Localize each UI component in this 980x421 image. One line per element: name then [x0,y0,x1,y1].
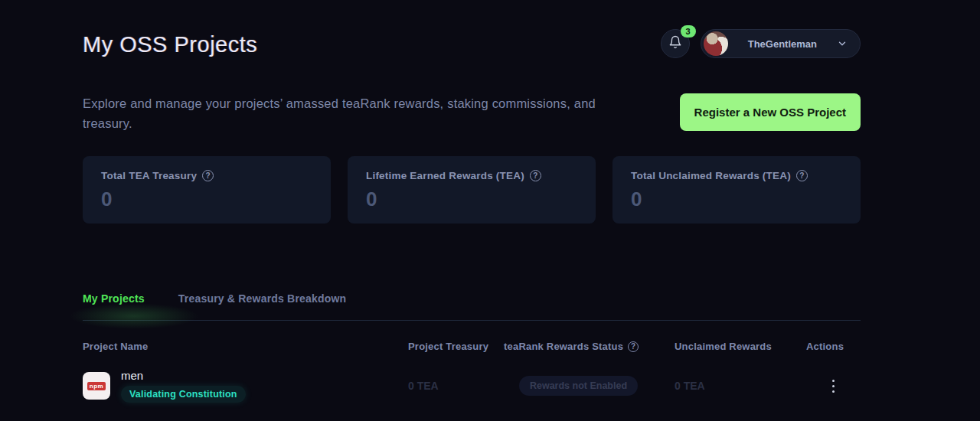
active-tab-glow [69,303,199,329]
question-circle-icon[interactable]: ? [628,341,639,352]
stat-label-row: Total TEA Treasury ? [101,170,312,181]
column-header-actions: Actions [806,341,861,352]
tab-treasury-rewards-breakdown[interactable]: Treasury & Rewards Breakdown [178,292,347,305]
tab-my-projects[interactable]: My Projects [83,292,145,305]
stat-value: 0 [366,188,577,211]
project-info: men Validating Constitution [121,369,246,403]
tabs: My Projects Treasury & Rewards Breakdown [83,292,861,321]
projects-table: Project Name Project Treasury teaRank Re… [83,341,861,403]
header-widgets: 3 TheGentleman [661,29,861,58]
unclaimed-rewards-value: 0 TEA [675,380,806,392]
project-name[interactable]: men [121,369,246,382]
intro-row: Explore and manage your projects’ amasse… [83,93,861,133]
stat-card-total-unclaimed-rewards: Total Unclaimed Rewards (TEA) ? 0 [612,156,861,224]
stat-card-total-tea-treasury: Total TEA Treasury ? 0 [83,156,331,224]
username: TheGentleman [748,38,817,50]
rewards-status-cell: Rewards not Enabled [504,376,675,396]
row-actions-kebab-menu[interactable] [825,377,843,395]
npm-icon: npm [83,372,110,400]
stat-card-lifetime-earned-rewards: Lifetime Earned Rewards (TEA) ? 0 [348,156,596,224]
project-status-badge: Validating Constitution [121,386,246,403]
notification-area: 3 [661,29,690,58]
page-title: My OSS Projects [83,32,257,57]
column-header-rewards-status: teaRank Rewards Status ? [504,341,675,352]
main-content: My OSS Projects 3 TheGentleman [83,0,861,403]
question-circle-icon[interactable]: ? [530,170,541,181]
column-header-unclaimed-rewards: Unclaimed Rewards [675,341,806,352]
page-header: My OSS Projects 3 TheGentleman [83,29,861,58]
rewards-status-pill: Rewards not Enabled [519,376,638,396]
stat-label: Lifetime Earned Rewards (TEA) [366,170,524,181]
column-header-project-treasury: Project Treasury [408,341,504,352]
notification-count-badge[interactable]: 3 [681,25,696,38]
column-header-project-name: Project Name [83,341,408,352]
stat-label: Total Unclaimed Rewards (TEA) [631,170,791,181]
page-subtitle: Explore and manage your projects’ amasse… [83,93,619,133]
npm-logo-mark: npm [87,382,106,390]
project-treasury-value: 0 TEA [408,380,504,392]
column-header-label: teaRank Rewards Status [504,341,623,352]
stat-label-row: Total Unclaimed Rewards (TEA) ? [631,170,842,181]
table-header-row: Project Name Project Treasury teaRank Re… [83,341,861,352]
bell-icon [668,35,682,52]
kebab-dot [832,380,835,382]
stat-value: 0 [631,188,842,211]
project-cell: npm men Validating Constitution [83,369,408,403]
question-circle-icon[interactable]: ? [202,170,214,181]
avatar [704,31,728,56]
user-menu-button[interactable]: TheGentleman [701,29,861,58]
kebab-dot [832,390,835,393]
stat-value: 0 [101,188,312,211]
question-circle-icon[interactable]: ? [796,170,808,181]
table-row: npm men Validating Constitution 0 TEA Re… [83,369,861,403]
kebab-dot [832,385,835,387]
stats-row: Total TEA Treasury ? 0 Lifetime Earned R… [83,156,861,224]
chevron-down-icon [837,38,848,49]
register-new-oss-project-button[interactable]: Register a New OSS Project [680,93,861,131]
stat-label-row: Lifetime Earned Rewards (TEA) ? [366,170,577,181]
stat-label: Total TEA Treasury [101,170,197,181]
